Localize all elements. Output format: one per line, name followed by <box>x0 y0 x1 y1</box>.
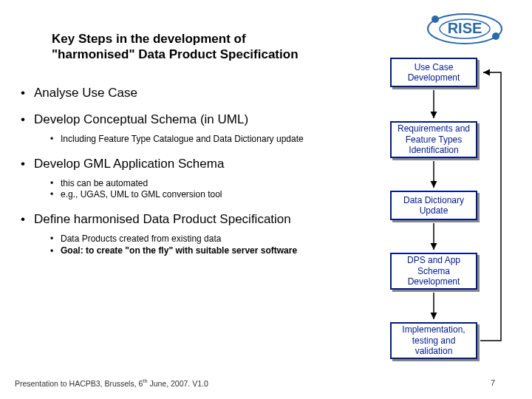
footer-part-a: Presentation to HACPB3, Brussels, 6 <box>15 378 143 387</box>
process-diagram: Use Case Development Requirements and Fe… <box>390 58 514 368</box>
page-number: 7 <box>491 378 495 387</box>
footer-text: Presentation to HACPB3, Brussels, 6th Ju… <box>15 378 208 388</box>
subbullet-existing-data: Data Products created from existing data <box>21 233 346 245</box>
subbullet-automated: this can be automated <box>21 178 346 190</box>
bullet-gml-schema: Develop GML Application Schema <box>21 156 346 172</box>
subbullet-ugas: e.g., UGAS, UML to GML conversion tool <box>21 189 346 201</box>
bullet-analyse: Analyse Use Case <box>21 85 346 101</box>
subbullet-feature-catalogue: Including Feature Type Catalogue and Dat… <box>21 134 346 146</box>
footer-part-b: June, 2007. V1.0 <box>147 378 208 387</box>
box-implementation: Implementation, testing and validation <box>390 322 477 359</box>
rise-logo: RISE <box>424 10 505 47</box>
svg-point-2 <box>432 16 439 23</box>
bullet-define-dps: Define harmonised Data Product Specifica… <box>21 211 346 228</box>
box-dps-schema: DPS and App Schema Development <box>390 253 477 290</box>
content-area: Analyse Use Case Develop Conceptual Sche… <box>21 85 346 267</box>
bullet-conceptual-schema: Develop Conceptual Schema (in UML) <box>21 112 346 128</box>
box-use-case: Use Case Development <box>390 58 477 87</box>
slide-title: Key Steps in the development of "harmoni… <box>52 31 325 63</box>
svg-point-3 <box>492 33 499 40</box>
box-data-dictionary: Data Dictionary Update <box>390 191 477 220</box>
box-requirements: Requirements and Feature Types Identific… <box>390 121 477 158</box>
subbullet-goal: Goal: to create "on the fly" with suitab… <box>21 245 346 257</box>
logo-text: RISE <box>448 20 482 36</box>
